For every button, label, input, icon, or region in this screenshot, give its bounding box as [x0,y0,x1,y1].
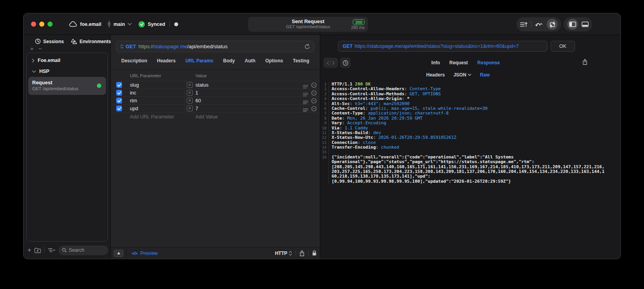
lock-icon[interactable] [312,250,317,256]
add-param-value-placeholder[interactable]: Add Value [195,114,218,120]
add-param-name-placeholder[interactable]: Add URL Parameter [130,114,174,120]
tab-request[interactable]: Request [449,60,468,65]
toggle-left-sidebar-button[interactable] [567,19,578,30]
chevron-down-icon[interactable] [128,23,132,25]
param-value-field[interactable]: status [195,81,208,89]
sidebar-tab-sessions[interactable]: Sessions [35,38,64,44]
tab-body[interactable]: Body [223,58,235,64]
code-icon: </> [132,251,137,256]
method-label[interactable]: GET [126,44,136,49]
remove-session-button[interactable]: − [38,45,42,51]
protocol-selector[interactable]: HTTP [275,251,292,256]
request-url[interactable]: https://statuspage.me/api/embed/status [139,44,228,49]
line-number [320,160,329,164]
send-request-panel-button[interactable] [547,19,558,30]
zoom-window-button[interactable] [47,22,53,27]
sort-options-icon[interactable] [48,248,55,253]
response-viewer: GET https://statuspage.me/api/embed/stat… [320,35,620,259]
line-number: 11 [320,131,329,135]
request-url-bar[interactable]: GET https://statuspage.me/api/embed/stat… [116,41,314,52]
param-enabled-checkbox[interactable] [116,98,122,104]
tab-options[interactable]: Options [265,58,283,64]
line-number: 10 [320,126,329,131]
param-value-field[interactable]: 1 [195,89,198,97]
param-name-field[interactable]: rtm [130,97,137,105]
add-session-button[interactable]: + [30,45,34,51]
equals-format-icon: = [187,82,193,88]
tree-item-foe-email[interactable]: Foe.email [32,58,60,63]
subtab-raw[interactable]: Raw [480,72,490,78]
tab-testing[interactable]: Testing [293,58,309,64]
history-clock-button[interactable] [340,58,350,68]
row-remove-icon[interactable] [311,90,317,97]
param-name-field[interactable]: slug [130,81,139,89]
param-enabled-checkbox[interactable] [116,90,122,96]
sidebar-toolbar: + Search [27,245,108,255]
code-preview-button[interactable]: </> Preview [132,251,158,256]
line-number: 16 [320,155,329,160]
param-name-field[interactable]: upd [130,105,138,113]
subtab-json[interactable]: JSON [453,72,471,78]
sync-status-label[interactable]: Synced [148,22,165,27]
close-window-button[interactable] [31,22,36,27]
row-remove-icon[interactable] [311,98,317,105]
tab-description[interactable]: Description [121,58,147,64]
column-header-name: URL Parameter [130,73,161,78]
response-body[interactable]: 1HTTP/1.1 200 OK2Access-Control-Allow-He… [320,82,620,259]
tab-info[interactable]: Info [431,60,440,65]
response-status-badge: 200 OK [551,41,575,52]
sidebar-tab-environments[interactable]: Environments [71,38,111,44]
tab-response[interactable]: Response [477,60,500,65]
tree-item-hsp[interactable]: HSP [32,69,49,74]
active-status-dot [97,84,101,88]
line-number: 6 [320,106,329,111]
search-input[interactable]: Search [58,245,108,255]
sessions-panel: Foe.email HSP Request GET /api/embed/sta… [26,53,108,242]
list-export-icon[interactable] [520,22,527,27]
params-table-header: URL Parameter Value [111,70,320,81]
line-number: 5 [320,102,329,106]
search-placeholder: Search [69,247,84,253]
subtab-headers[interactable]: Headers [426,72,445,78]
param-enabled-checkbox[interactable] [116,105,122,111]
workspace-name[interactable]: foe.email [80,22,101,27]
line-number [320,165,329,169]
export-response-icon[interactable] [582,59,587,65]
sidebar-tab-label: Environments [80,39,111,44]
back-icon[interactable] [327,61,329,65]
resend-request-icon[interactable] [305,44,310,49]
new-request-button[interactable]: + [27,247,31,253]
equals-format-icon: = [187,98,193,104]
sessions-icon [35,38,41,44]
branch-name[interactable]: main [113,22,125,27]
param-value-field[interactable]: 60 [195,97,201,105]
traffic-lights [31,22,53,27]
sent-request-summary[interactable]: Sent Request GET /api/embed/status 200 2… [248,17,368,32]
minimize-window-button[interactable] [39,22,44,27]
row-remove-icon[interactable] [311,106,317,113]
toolbar-group-left [516,17,561,31]
toggle-bottom-panel-button[interactable] [582,22,589,27]
param-enabled-checkbox[interactable] [116,82,122,88]
share-icon[interactable] [299,250,305,256]
sidebar-item-request[interactable]: Request GET /api/embed/status [28,77,106,95]
sync-arrows-icon[interactable] [535,21,543,27]
subtab-label: Headers [426,72,445,78]
param-name-field[interactable]: inc [130,89,136,97]
expand-console-button[interactable] [114,250,123,257]
sync-check-icon [139,21,145,27]
tab-url-params[interactable]: URL Params [185,58,213,64]
param-value-field[interactable]: 7 [195,105,198,113]
method-selector-icon[interactable] [120,44,123,49]
line-number: 13 [320,140,329,145]
tree-item-label: HSP [39,69,49,74]
tab-auth[interactable]: Auth [245,58,255,64]
line-number: 2 [320,87,329,91]
new-group-folder-button[interactable] [34,247,41,253]
forward-icon[interactable] [332,61,335,65]
response-url-text: https://statuspage.me/api/embed/status?s… [355,44,519,49]
response-request-url[interactable]: GET https://statuspage.me/api/embed/stat… [338,41,547,52]
tab-headers[interactable]: Headers [157,58,175,64]
line-number: 8 [320,116,329,121]
row-remove-icon[interactable] [311,82,317,89]
